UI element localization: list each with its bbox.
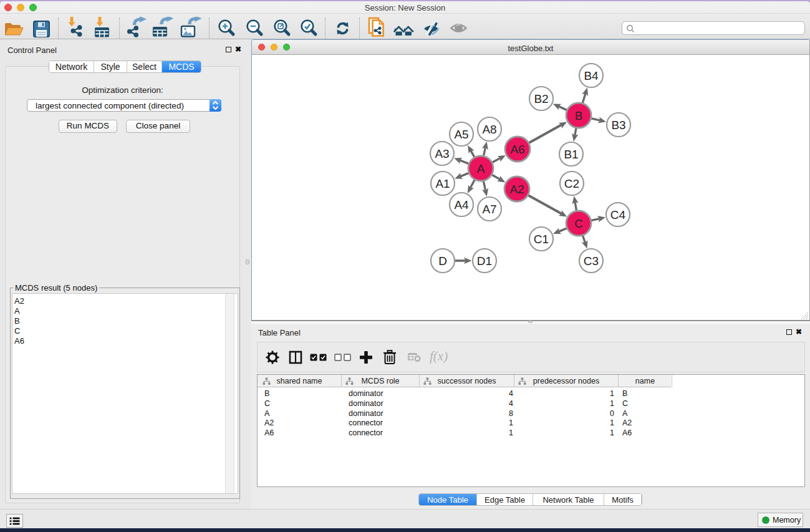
svg-text:D1: D1 bbox=[477, 254, 492, 267]
svg-text:B: B bbox=[575, 109, 583, 122]
svg-text:C1: C1 bbox=[534, 232, 549, 245]
svg-text:A8: A8 bbox=[482, 122, 496, 135]
svg-text:A2: A2 bbox=[509, 182, 524, 195]
svg-text:A5: A5 bbox=[454, 127, 468, 140]
svg-text:C2: C2 bbox=[564, 177, 579, 190]
svg-text:B4: B4 bbox=[584, 69, 599, 82]
svg-text:A: A bbox=[477, 162, 485, 175]
svg-text:A4: A4 bbox=[454, 198, 469, 211]
svg-text:C: C bbox=[574, 216, 583, 230]
svg-text:C4: C4 bbox=[610, 208, 626, 221]
svg-text:C3: C3 bbox=[584, 254, 599, 267]
svg-text:A7: A7 bbox=[482, 202, 496, 215]
svg-text:A6: A6 bbox=[510, 142, 524, 155]
svg-text:B1: B1 bbox=[564, 147, 578, 160]
svg-text:A1: A1 bbox=[435, 177, 450, 190]
svg-text:B2: B2 bbox=[534, 92, 548, 105]
svg-text:A3: A3 bbox=[435, 147, 449, 160]
svg-text:B3: B3 bbox=[611, 118, 625, 131]
svg-text:D: D bbox=[438, 254, 447, 267]
